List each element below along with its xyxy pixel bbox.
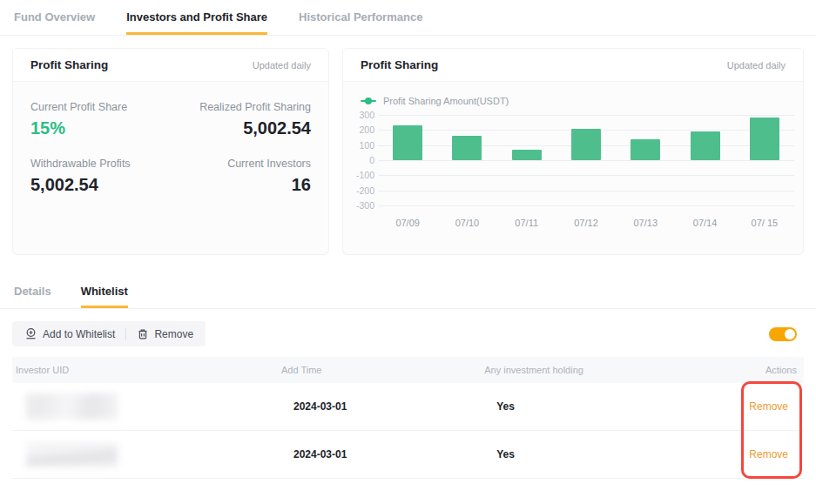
legend-label: Profit Sharing Amount(USDT) bbox=[383, 96, 509, 106]
card-header: Profit Sharing Updated daily bbox=[343, 49, 803, 82]
top-tab-bar: Fund Overview Investors and Profit Share… bbox=[0, 0, 816, 36]
whitelist-tab-bar: Details Whitelist bbox=[0, 285, 816, 309]
profit-sharing-bar-chart: 3002001000-100-200-300 bbox=[350, 115, 794, 205]
chart-bar bbox=[691, 131, 720, 160]
profit-sharing-summary-card: Profit Sharing Updated daily Current Pro… bbox=[12, 48, 329, 255]
tab-whitelist[interactable]: Whitelist bbox=[81, 285, 128, 308]
stat-label: Current Investors bbox=[171, 158, 311, 170]
stat-value: 15% bbox=[30, 118, 171, 138]
add-time-cell: 2024-03-01 bbox=[281, 400, 484, 413]
add-to-whitelist-label: Add to Whitelist bbox=[43, 328, 115, 340]
remove-link[interactable]: Remove bbox=[687, 400, 797, 413]
gridline bbox=[378, 205, 794, 206]
table-row: 2024-03-01 Yes Remove bbox=[12, 431, 804, 479]
holding-cell: Yes bbox=[484, 400, 687, 413]
toolbar-button-group: Add to Whitelist Remove bbox=[12, 321, 206, 346]
whitelist-table: Investor UID Add Time Any investment hol… bbox=[12, 357, 804, 479]
trash-icon bbox=[137, 328, 149, 340]
x-tick-label: 07/11 bbox=[497, 218, 556, 228]
x-tick-label: 07/13 bbox=[616, 218, 675, 228]
stat-current-investors: Current Investors 16 bbox=[171, 158, 311, 195]
y-tick-label: -200 bbox=[356, 185, 374, 196]
gridline bbox=[378, 175, 794, 176]
x-tick-label: 07/ 15 bbox=[735, 218, 794, 228]
add-time-cell: 2024-03-01 bbox=[281, 448, 484, 460]
add-to-whitelist-button[interactable]: Add to Whitelist bbox=[24, 327, 115, 340]
y-tick-label: 200 bbox=[359, 124, 374, 135]
tab-fund-overview[interactable]: Fund Overview bbox=[14, 10, 95, 35]
updated-daily-label: Updated daily bbox=[253, 60, 311, 71]
tab-investors-profit-share[interactable]: Investors and Profit Share bbox=[126, 10, 267, 35]
profit-sharing-chart-card: Profit Sharing Updated daily Profit Shar… bbox=[342, 48, 804, 255]
header-investment-holding: Any investment holding bbox=[484, 365, 687, 375]
y-tick-label: 100 bbox=[359, 140, 374, 151]
y-tick-label: -100 bbox=[356, 170, 374, 180]
stat-label: Withdrawable Profits bbox=[30, 158, 171, 170]
table-header-row: Investor UID Add Time Any investment hol… bbox=[12, 357, 804, 383]
stat-label: Current Profit Share bbox=[30, 101, 171, 113]
remove-button-label: Remove bbox=[154, 328, 193, 340]
card-header: Profit Sharing Updated daily bbox=[13, 49, 328, 82]
add-to-whitelist-icon bbox=[24, 327, 37, 340]
chart-bar bbox=[750, 118, 779, 160]
gridline bbox=[378, 115, 794, 116]
stat-value: 5,002.54 bbox=[171, 118, 311, 138]
x-tick-label: 07/10 bbox=[437, 218, 496, 228]
chart-y-axis: 3002001000-100-200-300 bbox=[350, 115, 378, 205]
remove-button[interactable]: Remove bbox=[137, 328, 193, 340]
header-investor-uid: Investor UID bbox=[16, 365, 281, 375]
x-tick-label: 07/09 bbox=[378, 218, 437, 228]
chart-bar bbox=[631, 139, 660, 160]
toolbar-divider bbox=[125, 328, 126, 340]
stat-withdrawable-profits: Withdrawable Profits 5,002.54 bbox=[30, 158, 171, 195]
stat-realized-profit-sharing: Realized Profit Sharing 5,002.54 bbox=[171, 101, 311, 138]
y-tick-label: -300 bbox=[356, 200, 374, 211]
chart-bar bbox=[393, 125, 422, 160]
card-title: Profit Sharing bbox=[30, 58, 108, 71]
stat-current-profit-share: Current Profit Share 15% bbox=[30, 101, 171, 138]
chart-bar bbox=[571, 129, 601, 160]
stat-value: 16 bbox=[171, 175, 311, 195]
gridline bbox=[378, 160, 794, 161]
holding-cell: Yes bbox=[484, 448, 687, 460]
x-tick-label: 07/14 bbox=[675, 218, 734, 228]
toggle-knob bbox=[785, 329, 795, 339]
chart-x-axis: 07/0907/1007/1107/1207/1307/1407/ 15 bbox=[378, 218, 794, 228]
x-tick-label: 07/12 bbox=[556, 218, 616, 228]
stat-value: 5,002.54 bbox=[30, 175, 171, 195]
profit-stats: Current Profit Share 15% Realized Profit… bbox=[13, 82, 328, 214]
whitelist-toggle[interactable] bbox=[769, 327, 797, 341]
chart-legend: Profit Sharing Amount(USDT) bbox=[361, 96, 803, 106]
table-row: 2024-03-01 Yes Remove bbox=[12, 383, 804, 431]
masked-investor-uid bbox=[26, 442, 118, 467]
updated-daily-label: Updated daily bbox=[727, 60, 786, 71]
y-tick-label: 300 bbox=[359, 110, 374, 120]
header-actions: Actions bbox=[687, 365, 797, 375]
remove-link[interactable]: Remove bbox=[687, 448, 797, 460]
whitelist-toolbar: Add to Whitelist Remove bbox=[12, 321, 804, 346]
stat-label: Realized Profit Sharing bbox=[171, 101, 311, 113]
chart-bar bbox=[452, 136, 482, 160]
masked-investor-uid bbox=[26, 393, 118, 420]
y-tick-label: 0 bbox=[369, 155, 374, 165]
line-dot-legend-icon bbox=[361, 97, 376, 104]
chart-plot-area bbox=[378, 115, 794, 205]
header-add-time: Add Time bbox=[281, 365, 484, 375]
tab-details[interactable]: Details bbox=[14, 285, 51, 308]
gridline bbox=[378, 191, 794, 192]
summary-cards-row: Profit Sharing Updated daily Current Pro… bbox=[12, 48, 804, 255]
chart-bar bbox=[512, 150, 542, 160]
card-title: Profit Sharing bbox=[361, 58, 438, 71]
tab-historical-performance[interactable]: Historical Performance bbox=[299, 10, 422, 35]
